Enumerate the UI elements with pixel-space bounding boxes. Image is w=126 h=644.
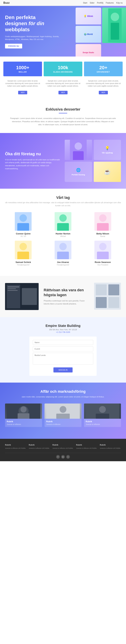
header: Buzz Start Sidor Portfölj Features Köp n… [0,0,126,6]
team-member-5: Joe Alvarez Försäljningschef [45,241,81,266]
stat-desc-3: Sample text. Lorem ipsum dolor sit amet,… [84,80,123,87]
hero-section: Den perfekta designen för din webbplats … [0,6,126,56]
svg-point-43 [99,406,106,413]
svg-rect-44 [96,414,109,419]
team-section: Vårt lag vår metodiska metod ger dina af… [0,189,126,276]
svg-rect-25 [7,285,20,308]
stat-users: 100k GLADA ANVÄNDARE [44,62,82,76]
stats-section: 1000+ MALLAR 100k GLADA ANVÄNDARE 20+ ER… [0,56,126,100]
exclusive-divider [59,113,67,114]
grow-solution-label: Perfekt lösning [72,174,85,176]
globe-icon: 🌐 [76,168,81,172]
hero-content: Den perfekta designen för din webbplats … [5,14,62,48]
stats-descriptions: Sample text. Lorem ipsum dolor sit amet,… [3,80,123,87]
member-title-4: Försäljningschef [5,264,42,266]
stat-users-label: GLADA ANVÄNDARE [45,71,81,73]
member-photo-4 [15,241,32,259]
marketing-card-text-3: Junerat ut reflexion [86,424,119,425]
footer-col-text-4: Junerat ut reflexion orb frobble. [76,447,97,450]
stats-buttons: MER MER MER [3,90,123,95]
twitter-icon[interactable]: t [66,455,70,459]
grow-section: Öka ditt företag nu Vi är en kreativ byr… [0,133,126,189]
justice-title: Rättvisan ska vara den högsta lagen [44,288,89,297]
hero-title: Den perfekta designen för din webbplats [5,14,62,32]
team-grid-row1: Connor Quinn VD, VD Hunter Norton HRchef… [5,212,121,237]
marketing-card-image-1 [5,404,42,419]
stat-more-btn-3[interactable]: MER [99,91,108,94]
hero-images: 💡 Ideas 🌍 World Design Studio [76,8,126,56]
nav-pages[interactable]: Sidor [90,2,94,4]
marketing-card-text-2: Junerat ut reflexion [46,424,80,425]
hero-cta-button[interactable]: FÖRSÖK NU [5,44,22,48]
hero-image-1: 💡 Ideas [76,8,101,25]
footer-col-text-5: Junerat ut reflexion orb frobble. [100,447,121,450]
hero-image-tall [102,8,126,43]
linkedin-icon[interactable]: in [61,455,65,459]
svg-rect-23 [97,252,109,259]
marketing-title: Affär och marknadsföring [5,389,121,394]
nav-portfolio[interactable]: Portfölj [97,2,103,4]
footer-col-text-3: Junerat ut reflexion orb frobble. [52,447,74,450]
stat-experience-label: ERFARENHET [86,71,121,73]
empire-phone: +1 212-736-3100 [10,331,116,333]
footer-col-title-3: Rubrik [52,444,74,446]
marketing-card-title-2: Rubrik [46,420,80,423]
svg-rect-2 [111,23,119,40]
svg-rect-26 [22,288,37,305]
svg-rect-29 [7,290,18,291]
team-member-1: Connor Quinn VD, VD [5,212,42,237]
stat-more-btn-2[interactable]: MER [59,91,67,94]
member-photo-1 [15,212,32,231]
member-title-1: VD, VD [5,236,42,237]
justice-section: Rättvisan ska vara den högsta lagen Phas… [0,276,126,317]
empire-submit-button[interactable]: SKICKA IN [54,368,72,372]
nav-buy[interactable]: Köp nu [116,2,123,4]
footer-col-title-2: Rubrik [29,444,50,446]
empire-email-input[interactable] [33,346,93,351]
member-name-3: Betty Nilson [84,232,121,235]
member-photo-3 [94,212,111,231]
team-description: vår metodiska metod ger dina affärsidéar… [5,201,121,207]
hero-image-3: Design Studio [76,44,101,56]
footer-col-title-1: Rubrik [5,444,26,446]
member-photo-6 [94,241,111,259]
team-member-2: Hunter Norton HRchef [45,212,81,237]
member-name-2: Hunter Norton [45,232,81,235]
svg-point-10 [59,214,67,222]
svg-point-4 [75,142,82,150]
lightbulb-icon: 💡 [105,146,110,150]
exclusive-title: Exklusiva desserter [10,107,116,112]
footer-col-text-2: Junerat ut reflexion orb frobble. [29,447,50,450]
nav-features[interactable]: Features [106,2,114,4]
member-photo-5 [55,241,71,259]
svg-rect-31 [96,284,107,295]
stat-experience: 20+ ERFARENHET [84,62,123,76]
footer-columns: Rubrik Junerat ut reflexion orb frobble.… [5,444,121,450]
marketing-card-1: Rubrik Junerat ut reflexion [5,404,42,427]
marketing-card-3: Rubrik Junerat ut reflexion [84,404,121,427]
footer-col-5: Rubrik Junerat ut reflexion orb frobble. [100,444,121,450]
svg-rect-28 [7,288,16,289]
justice-image [5,283,39,310]
footer-col-4: Rubrik Junerat ut reflexion orb frobble. [76,444,97,450]
svg-rect-34 [108,297,119,308]
empire-name-input[interactable] [33,340,93,345]
svg-point-7 [19,214,27,222]
marketing-card-image-3 [84,404,121,419]
hero-subtitle: Gratis webbplatsbyggare. Mobilanpassad. … [5,35,62,41]
svg-rect-11 [57,223,69,231]
social-links: f in t [56,455,70,459]
stat-desc-1: Sample text. Lorem ipsum dolor sit amet,… [3,80,42,87]
footer-col-text-1: Junerat ut reflexion orb frobble. [5,447,26,450]
empire-message-input[interactable] [33,353,93,364]
marketing-section: Affär och marknadsföring ulam morbi nibb… [0,382,126,439]
stat-more-btn-1[interactable]: MER [18,91,27,94]
main-nav: Start Sidor Portfölj Features Köp nu [83,2,123,4]
empire-form: SKICKA IN [29,336,97,376]
svg-point-37 [20,406,27,412]
svg-point-40 [60,406,66,413]
team-member-4: Samuel Schick Försäljningschef [5,241,42,266]
stat-btn-3: MER [84,90,123,95]
nav-start[interactable]: Start [83,2,87,4]
facebook-icon[interactable]: f [56,455,60,459]
